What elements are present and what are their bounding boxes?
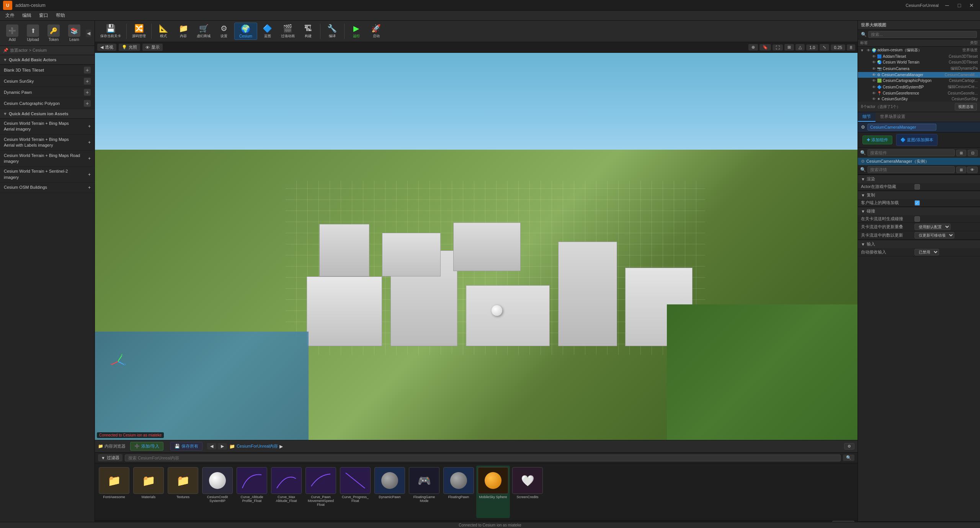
back-button[interactable]: ◀: [207, 443, 216, 450]
add-aerial-labels-button[interactable]: +: [88, 140, 91, 145]
outliner-search-input[interactable]: [868, 31, 977, 38]
upload-button[interactable]: ⬆ Upload: [24, 23, 42, 43]
cesium-world-terrain-aerial-item[interactable]: Cesium World Terrain + Bing Maps Aerial …: [0, 119, 95, 135]
list-item[interactable]: 📁 Textures: [166, 466, 200, 518]
replication-section-header[interactable]: ▼ 复制: [858, 191, 980, 199]
tree-item-cesium-camera-manager[interactable]: 👁 ⚙ CesiumCameraManager CesiumCameraM...: [858, 72, 980, 78]
blueprint-button[interactable]: 🔷 蓝图: [258, 23, 277, 40]
compile-button[interactable]: 🔧 编译: [323, 23, 342, 40]
collision-section-header[interactable]: ▼ 碰撞: [858, 207, 980, 215]
details-eye-button[interactable]: 👁: [967, 167, 978, 173]
add-import-button[interactable]: ➕ 添加/导入: [130, 442, 163, 451]
launch-button[interactable]: 🚀 启动: [367, 23, 386, 40]
menu-help[interactable]: 帮助: [52, 11, 69, 20]
minimize-button[interactable]: ─: [942, 2, 952, 9]
grid-button[interactable]: ⊞: [784, 44, 794, 51]
add-component-button[interactable]: ✚ 添加组件: [862, 136, 892, 144]
maximize-button[interactable]: □: [954, 2, 965, 9]
render-section-header[interactable]: ▼ 渲染: [858, 175, 980, 183]
bookmark-button[interactable]: 🔖: [760, 44, 771, 51]
component-list-view-button[interactable]: ⊞: [956, 150, 966, 156]
save-all-button[interactable]: 💾 保存所有: [170, 442, 203, 451]
update-threshold-dropdown[interactable]: 仅更新可移动项: [915, 232, 954, 239]
component-search-input[interactable]: [867, 149, 955, 156]
filter-button[interactable]: ▼ 过滤器: [98, 454, 122, 461]
net-load-checkbox[interactable]: ✓: [915, 200, 920, 206]
content-browser-settings-button[interactable]: ⚙: [844, 443, 854, 450]
cesium-world-terrain-aerial-labels-item[interactable]: Cesium World Terrain + Bing Maps Aerial …: [0, 135, 95, 151]
add-cesium-sunsky-button[interactable]: +: [84, 78, 91, 85]
list-item[interactable]: CesiumCredit SystemBP: [201, 466, 234, 518]
source-control-button[interactable]: 🔀 源码管理: [129, 23, 149, 40]
list-item[interactable]: Curve_Progress_ Float: [338, 466, 372, 518]
list-item[interactable]: 🎮 FloatingGame Mode: [407, 466, 441, 518]
blueprint-script-button[interactable]: 🔷 蓝图/添加脚本: [896, 134, 938, 146]
viewport[interactable]: X Z Y Connected to Cesium ion as miateke: [95, 53, 858, 440]
tree-item-addam-tileset[interactable]: 👁 🟦 AddamTileset Cesium3DTileset: [858, 54, 980, 59]
cesium-cartographic-polygon-item[interactable]: Cesium Cartographic Polygon +: [0, 98, 95, 109]
snap-value[interactable]: 0.25: [831, 44, 845, 51]
quick-add-basic-section[interactable]: ▼ Quick Add Basic Actors: [0, 55, 95, 65]
add-sentinel2-button[interactable]: +: [88, 172, 91, 177]
build-button[interactable]: 🏗 构建: [299, 23, 318, 40]
cesium-osm-buildings-item[interactable]: Cesium OSM Buildings +: [0, 183, 95, 193]
quick-add-ion-section[interactable]: ▼ Quick Add Cesium ion Assets: [0, 109, 95, 119]
menu-edit[interactable]: 编辑: [18, 11, 35, 20]
menu-window[interactable]: 窗口: [35, 11, 52, 20]
list-item[interactable]: Curve_Pawn MovementSpeed Float: [304, 466, 338, 518]
add-osm-buildings-button[interactable]: +: [88, 185, 91, 190]
tree-item-cesium-credit-system[interactable]: 👁 🔷 CesiumCreditSystemBP 编辑CesiumCre...: [858, 83, 980, 90]
play-button[interactable]: ▶ 运行: [347, 23, 366, 40]
forward-button[interactable]: ▶: [218, 443, 227, 450]
list-item[interactable]: Curve_Altitude Profile_Float: [235, 466, 269, 518]
learn-button[interactable]: 📚 Learn: [65, 23, 83, 43]
cesium-sunsky-item[interactable]: Cesium SunSky +: [0, 76, 95, 87]
content-search-button[interactable]: 🔍: [843, 454, 854, 461]
list-item[interactable]: MobileSky Sphere: [476, 466, 510, 518]
dynamic-pawn-item[interactable]: Dynamic Pawn +: [0, 87, 95, 98]
camera-count-button[interactable]: 8: [847, 44, 855, 51]
input-section-header[interactable]: ▼ 输入: [858, 240, 980, 248]
tree-item-cesium-sunsky[interactable]: 👁 ☀ CesiumSunSky CesiumSunSky: [858, 96, 980, 102]
world-settings-tab[interactable]: 世界场景设置: [875, 112, 910, 122]
scale-button[interactable]: ⤡: [820, 44, 829, 51]
cesium-world-terrain-sentinel2-item[interactable]: Cesium World Terrain + Sentinel-2 imager…: [0, 167, 95, 183]
details-grid-view-button[interactable]: ⊞: [956, 167, 966, 173]
outliner-view-options-button[interactable]: 视图选项: [955, 103, 977, 111]
details-tab[interactable]: 细节: [858, 112, 875, 122]
cesium-world-terrain-road-item[interactable]: Cesium World Terrain + Bing Maps Road im…: [0, 151, 95, 167]
angle-snap-button[interactable]: △: [795, 44, 805, 51]
tree-item-cesium-camera[interactable]: 👁 📷 CesiumCamera 编辑DynamicPa: [858, 65, 980, 72]
add-road-button[interactable]: +: [88, 156, 91, 161]
component-item-cesium-camera-manager[interactable]: ⚙ CesiumCameraManager（实例）: [858, 158, 980, 165]
add-cesium-cartographic-button[interactable]: +: [84, 100, 91, 107]
tree-item-cesium-georeference[interactable]: 👁 📍 CesiumGeoreference CesiumGeorefe...: [858, 90, 980, 96]
add-button[interactable]: ➕ Add: [3, 23, 21, 43]
list-item[interactable]: 📁 Materials: [132, 466, 165, 518]
snap-angle-value[interactable]: 1.0: [806, 44, 818, 51]
gen-overlap-checkbox[interactable]: [915, 216, 920, 222]
marketplace-button[interactable]: 🛒 虚幻商城: [194, 23, 214, 40]
auto-receive-input-dropdown[interactable]: 已禁用: [915, 249, 939, 255]
sidebar-collapse-button[interactable]: ◀: [86, 29, 91, 37]
tree-item-cesium-world-terrain[interactable]: 👁 🌏 Cesium World Terrain Cesium3DTileset: [858, 59, 980, 65]
tree-item-root[interactable]: ▼ 👁 🌍 addam-cesium（编辑器） 世界场景: [858, 47, 980, 54]
cinematics-button[interactable]: 🎬 过场动画: [278, 23, 298, 40]
actor-hidden-checkbox[interactable]: [915, 184, 920, 190]
update-overlaps-dropdown[interactable]: 使用默认配置: [915, 224, 951, 230]
perspective-button[interactable]: ◀ 透视: [97, 44, 116, 51]
camera-speed-button[interactable]: ⊕: [748, 44, 758, 51]
settings-button[interactable]: ⚙ 设置: [214, 23, 234, 40]
token-button[interactable]: 🔑 Token: [44, 23, 63, 43]
add-blank-3d-tiles-button[interactable]: +: [84, 67, 91, 74]
tree-item-cesium-cartographic[interactable]: 👁 🟩 CesiumCartographicPolygon CesiumCart…: [858, 78, 980, 83]
maximize-viewport-button[interactable]: ⛶: [773, 44, 783, 51]
list-item[interactable]: Curve_Max Altitude_Float: [270, 466, 303, 518]
add-aerial-button[interactable]: +: [88, 124, 91, 129]
list-item[interactable]: 📁 FontAwesome: [97, 466, 131, 518]
close-button[interactable]: ✕: [966, 2, 977, 9]
list-item[interactable]: 🤍 ScreenCredits: [511, 466, 544, 518]
menu-file[interactable]: 文件: [2, 11, 18, 20]
show-button[interactable]: 👁 显示: [142, 44, 163, 51]
list-item[interactable]: FloatingPawn: [442, 466, 475, 518]
